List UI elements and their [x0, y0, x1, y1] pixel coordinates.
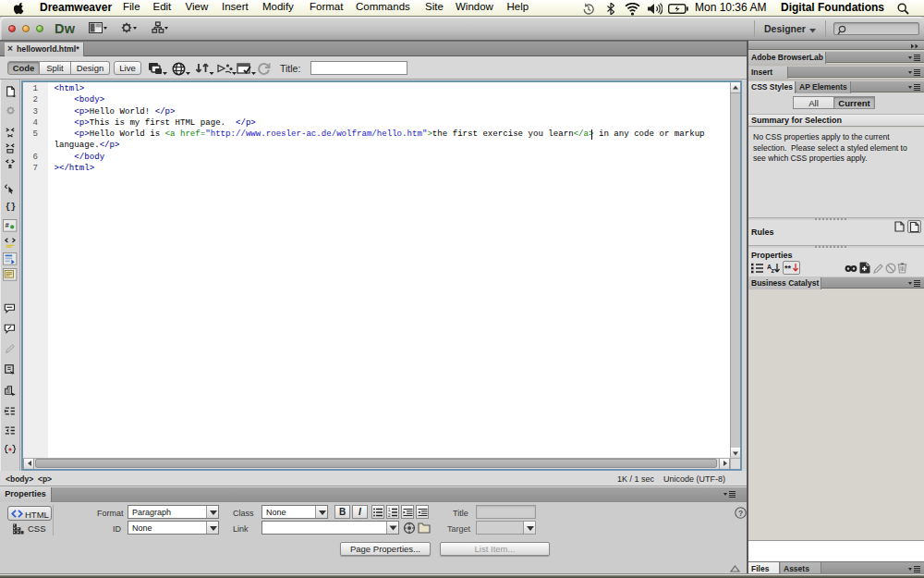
svg-text:1: 1 — [388, 508, 391, 512]
svg-text:**: ** — [784, 264, 792, 273]
svg-text:2: 2 — [388, 513, 391, 518]
svg-text:#: # — [6, 222, 10, 230]
svg-text:{}: {} — [6, 202, 16, 212]
svg-text:z: z — [772, 267, 775, 274]
svg-text:?: ? — [738, 509, 743, 518]
